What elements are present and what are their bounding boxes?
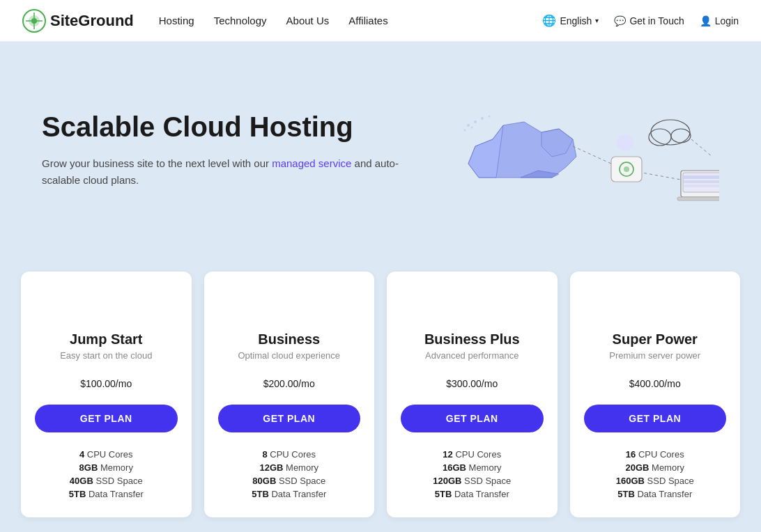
svg-point-10 [651,120,690,145]
feature-ssd: 160GB SSD Space [584,474,727,487]
feature-memory: 20GB Memory [584,461,727,474]
nav-hosting[interactable]: Hosting [159,15,194,26]
feature-cpu: 12 CPU Cores [401,448,544,461]
feature-transfer: 5TB Data Transfer [35,487,178,501]
plan-name-super-power: Super Power [613,331,698,347]
get-plan-button-super-power[interactable]: GET PLAN [584,405,727,432]
brand-name: SiteGround [50,12,134,30]
svg-point-24 [624,166,629,172]
hero-text: Scalable Cloud Hosting Grow your busines… [42,111,404,189]
get-plan-button-business-plus[interactable]: GET PLAN [401,405,544,432]
hero-description: Grow your business site to the next leve… [42,155,404,189]
svg-point-27 [481,117,484,120]
navbar-right: 🌐 English ▾ 💬 Get in Touch 👤 Login [542,14,739,27]
feature-memory: 8GB Memory [35,461,178,474]
plan-price-jumpstart: $100.00/mo [80,370,132,392]
svg-point-12 [671,129,691,143]
language-label: English [560,15,592,26]
feature-ssd: 80GB SSD Space [218,474,361,487]
feature-transfer: 5TB Data Transfer [584,487,727,501]
get-plan-button-business[interactable]: GET PLAN [218,405,361,432]
hero-illustration [413,87,719,212]
hero-section: Scalable Cloud Hosting Grow your busines… [0,42,761,251]
plan-features-business-plus: 12 CPU Cores 16GB Memory 120GB SSD Space… [401,448,544,501]
contact-link[interactable]: 💬 Get in Touch [614,15,684,26]
svg-rect-18 [683,180,719,183]
hero-desc-plain: Grow your business site to the next leve… [42,157,272,169]
navbar-links: Hosting Technology About Us Affiliates [159,15,543,26]
feature-cpu: 8 CPU Cores [218,448,361,461]
navbar: SiteGround Hosting Technology About Us A… [0,0,761,42]
contact-icon: 💬 [614,15,626,26]
feature-transfer: 5TB Data Transfer [401,487,544,501]
plan-card-business: Business Optimal cloud experience $200.0… [204,272,375,517]
svg-point-30 [471,127,473,129]
svg-line-33 [573,146,611,164]
feature-ssd: 40GB SSD Space [35,474,178,487]
plan-features-business: 8 CPU Cores 12GB Memory 80GB SSD Space 5… [218,448,361,501]
feature-transfer: 5TB Data Transfer [218,487,361,501]
plan-tagline-business: Optimal cloud experience [238,350,340,361]
plan-features-super-power: 16 CPU Cores 20GB Memory 160GB SSD Space… [584,448,727,501]
plan-price-business-plus: $300.00/mo [446,370,498,392]
plan-card-super-power: Super Power Premium server power $400.00… [570,272,741,517]
siteground-logo-icon [22,9,46,33]
plans-section: Jump Start Easy start on the cloud $100.… [0,251,761,532]
plan-price-business: $200.00/mo [263,370,315,392]
svg-rect-17 [683,175,719,179]
svg-point-29 [464,130,466,132]
translate-icon: 🌐 [542,14,556,27]
chevron-down-icon: ▾ [595,17,599,24]
login-label: Login [715,15,739,26]
nav-affiliates[interactable]: Affiliates [348,15,387,26]
svg-point-28 [489,116,491,118]
plan-tagline-business-plus: Advanced performance [425,350,518,361]
feature-memory: 12GB Memory [218,461,361,474]
svg-point-26 [474,120,477,123]
nav-technology[interactable]: Technology [214,15,267,26]
svg-line-13 [691,139,712,157]
svg-point-31 [617,134,633,151]
login-icon: 👤 [700,15,712,26]
hero-title: Scalable Cloud Hosting [42,111,404,143]
plan-tagline-super-power: Premium server power [609,350,700,361]
feature-cpu: 16 CPU Cores [584,448,727,461]
cloud-illustration-svg [413,87,719,212]
svg-rect-19 [683,185,719,187]
svg-rect-20 [677,197,719,201]
feature-cpu: 4 CPU Cores [35,448,178,461]
feature-ssd: 120GB SSD Space [401,474,544,487]
feature-memory: 16GB Memory [401,461,544,474]
plan-tagline-jumpstart: Easy start on the cloud [60,350,152,361]
svg-point-25 [467,124,470,127]
plan-price-super-power: $400.00/mo [629,370,681,392]
plan-features-jumpstart: 4 CPU Cores 8GB Memory 40GB SSD Space 5T… [35,448,178,501]
plan-card-business-plus: Business Plus Advanced performance $300.… [387,272,558,517]
plan-card-jumpstart: Jump Start Easy start on the cloud $100.… [21,272,192,517]
plan-name-jumpstart: Jump Start [70,331,142,347]
nav-about-us[interactable]: About Us [286,15,330,26]
get-plan-button-jumpstart[interactable]: GET PLAN [35,405,178,432]
site-logo[interactable]: SiteGround [22,9,134,33]
hero-desc-link[interactable]: managed service [272,157,351,169]
language-selector[interactable]: 🌐 English ▾ [542,14,599,27]
login-link[interactable]: 👤 Login [700,15,739,26]
plan-name-business: Business [258,331,320,347]
plan-name-business-plus: Business Plus [424,331,520,347]
plans-grid: Jump Start Easy start on the cloud $100.… [21,272,740,517]
contact-label: Get in Touch [629,15,684,26]
